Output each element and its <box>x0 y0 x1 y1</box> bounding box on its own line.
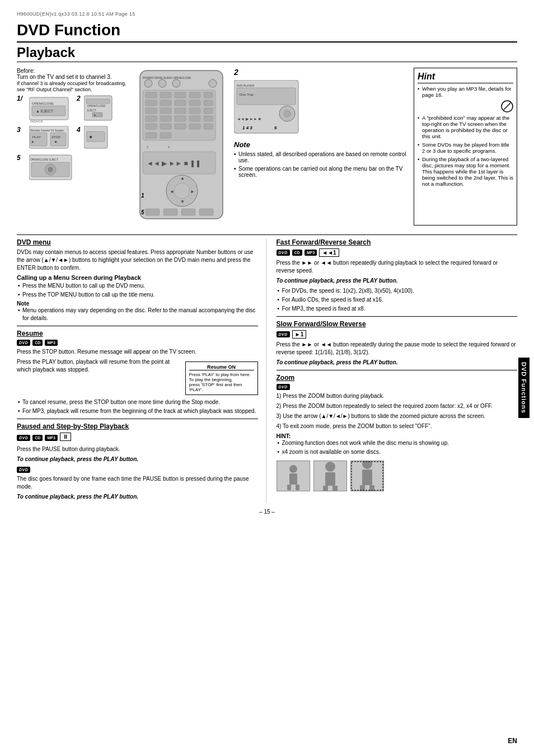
svg-rect-16 <box>50 133 66 146</box>
section-divider-5 <box>277 370 518 370</box>
device-row-2: 3 Remote Control TV Screen PLAY ▶ STOP ■… <box>17 126 129 151</box>
main-title: DVD Function <box>17 21 517 43</box>
zoom-step-4: 4) To exit zoom mode, press the ZOOM but… <box>277 422 518 430</box>
svg-point-66 <box>174 183 190 199</box>
zoom-hint-label: HINT: <box>277 433 291 439</box>
devices-column: Before: Turn on the TV and set it to cha… <box>17 68 129 226</box>
svg-point-89 <box>289 465 297 473</box>
paused-body3: The disc goes forward by one frame each … <box>17 475 258 491</box>
device-row-3: 5 OPEN/CLOSE EJECT <box>17 154 129 182</box>
note-box: 2 DVD PLAYER Disc Tray ◄◄ ▶ ►► ■ <box>234 68 408 226</box>
device-2-detail: DVD PLAYER Disc Tray ◄◄ ▶ ►► ■ 1 4 3 5 <box>234 80 301 136</box>
svg-text:DVD PLAYER: DVD PLAYER <box>237 84 255 87</box>
ff-body2-bold: To continue playback, press the PLAY but… <box>277 277 518 285</box>
section-divider-3 <box>17 419 258 419</box>
dvd-menu-bullet-1: Press the MENU button to call up the DVD… <box>17 282 258 290</box>
svg-rect-49 <box>146 116 157 121</box>
device-label-3: 3 <box>17 126 26 134</box>
device-image-3: Remote Control TV Screen PLAY ▶ STOP ■ <box>29 126 71 151</box>
svg-point-26 <box>48 167 53 172</box>
remote-column: POWER DRIVE AUDIO OPEN/CLOSE <box>134 68 408 226</box>
zoom-section: Zoom DVD 1) Press the ZOOM button during… <box>277 374 518 491</box>
svg-rect-47 <box>189 108 200 114</box>
calling-up-subtitle: Calling up a Menu Screen during Playback <box>17 274 258 281</box>
svg-text:PLAY: PLAY <box>32 135 41 139</box>
dvd-menu-body: DVDs may contain menus to access special… <box>17 248 258 272</box>
sub-title: Playback <box>17 45 517 62</box>
dvd-menu-section: DVD menu DVDs may contain menus to acces… <box>17 238 258 322</box>
dvd-badge-ff: DVD <box>277 250 290 256</box>
svg-rect-13 <box>30 133 47 146</box>
device-label-1: 1/ <box>17 95 26 102</box>
ff-body1: Press the ►► or ◄◄ button repeatedly dur… <box>277 259 518 275</box>
svg-point-31 <box>172 79 180 87</box>
paused-section: Paused and Step-by-Step Playback DVD CD … <box>17 422 258 501</box>
mp3-badge-paused: MP3 <box>45 435 57 441</box>
svg-rect-57 <box>189 124 200 129</box>
svg-rect-35 <box>160 92 171 98</box>
pause-symbol: ⏸ <box>60 433 71 441</box>
paused-badges: DVD CD MP3 ⏸ <box>17 433 258 443</box>
svg-text:OPEN/CLOSE: OPEN/CLOSE <box>87 104 106 107</box>
device-image-5: OPEN/CLOSE EJECT <box>29 154 74 182</box>
svg-text:▲ EJECT: ▲ EJECT <box>36 109 54 113</box>
cd-badge-ff: CD <box>292 250 302 256</box>
device-image-1: OPEN/CLOSE ▲ EJECT DVD/VCR <box>29 95 71 123</box>
svg-rect-100 <box>362 469 372 485</box>
language-label: EN <box>508 737 517 745</box>
page-number: – 15 – <box>17 509 517 515</box>
mp3-badge-ff: MP3 <box>305 250 317 256</box>
page-header-meta: H9600UD(EN)v1.qx33 03.12.8 10:51 AM Page… <box>17 11 517 17</box>
ff-title: Fast Forward/Reverse Search <box>277 238 518 246</box>
hint-box: Hint When you play an MP3 file, details … <box>414 68 517 226</box>
cd-badge-resume: CD <box>32 340 43 346</box>
svg-rect-50 <box>160 116 171 121</box>
dvd-menu-title: DVD menu <box>17 238 258 246</box>
dvd-only-badge: DVD <box>17 467 258 473</box>
svg-text:Remote Control  TV Screen: Remote Control TV Screen <box>30 129 64 132</box>
svg-text:Disc Tray: Disc Tray <box>240 93 254 96</box>
resume-bullet-2: For MP3, playback will resume from the b… <box>17 407 258 415</box>
svg-rect-73 <box>146 209 160 215</box>
zoom-images <box>277 461 518 491</box>
paused-title: Paused and Step-by-Step Playback <box>17 422 258 430</box>
paused-body3-text: The disc goes forward by one frame each … <box>17 476 249 490</box>
zoom-img-svg-3 <box>351 461 383 491</box>
svg-rect-90 <box>289 473 297 485</box>
svg-rect-60 <box>160 133 171 138</box>
svg-rect-91 <box>287 485 291 490</box>
svg-text:■: ■ <box>90 134 92 139</box>
svg-rect-76 <box>199 209 213 215</box>
svg-text:▲: ▲ <box>180 176 185 181</box>
svg-text:▲: ▲ <box>93 113 96 116</box>
section-divider-2 <box>17 326 258 326</box>
svg-text:◄◄ ▶ ►► ■ ❚❚: ◄◄ ▶ ►► ■ ❚❚ <box>147 159 201 167</box>
svg-rect-79 <box>237 88 296 105</box>
zoom-hint-1: Zooming function does not work while the… <box>277 439 518 447</box>
resume-section: Resume DVD CD MP3 Press the STOP button.… <box>17 330 258 415</box>
zoom-image-3 <box>350 461 384 491</box>
slow-symbol: ►1 <box>292 330 306 339</box>
hint-item-4: During the playback of a two-layered dis… <box>418 156 513 187</box>
svg-text:OPEN/CLOSE EJECT: OPEN/CLOSE EJECT <box>30 158 58 161</box>
svg-point-94 <box>325 462 335 472</box>
section-divider <box>17 234 517 235</box>
svg-rect-74 <box>163 209 177 215</box>
note-num-1: 2 <box>234 68 238 77</box>
zoom-img-svg-2 <box>314 461 346 491</box>
svg-text:1: 1 <box>141 192 144 199</box>
resume-bullet-1: To cancel resume, press the STOP button … <box>17 398 258 406</box>
note-item-1: Unless stated, all described operations … <box>234 151 408 163</box>
slow-title: Slow Forward/Slow Reverse <box>277 320 518 328</box>
svg-rect-36 <box>175 92 186 98</box>
svg-rect-44 <box>146 108 157 114</box>
section-divider-4 <box>277 316 518 317</box>
paused-body4-bold: To continue playback, press the PLAY but… <box>17 493 258 501</box>
resume-title: Resume <box>17 330 258 337</box>
svg-rect-6 <box>86 99 110 104</box>
svg-text:5: 5 <box>274 125 277 130</box>
mp3-badge-resume: MP3 <box>45 340 57 346</box>
svg-text:STOP: STOP <box>51 135 60 139</box>
note-label: Note <box>17 300 29 307</box>
svg-text:■: ■ <box>55 140 57 143</box>
